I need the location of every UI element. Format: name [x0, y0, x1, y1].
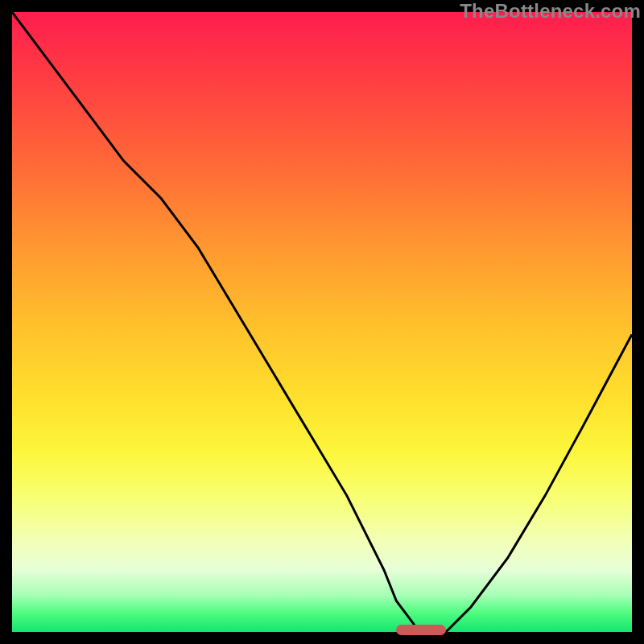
- plot-area: [12, 12, 632, 632]
- chart-figure: TheBottleneck.com: [0, 0, 644, 644]
- bottleneck-curve: [12, 12, 632, 632]
- optimal-marker: [396, 625, 446, 635]
- curve-layer: [12, 12, 632, 632]
